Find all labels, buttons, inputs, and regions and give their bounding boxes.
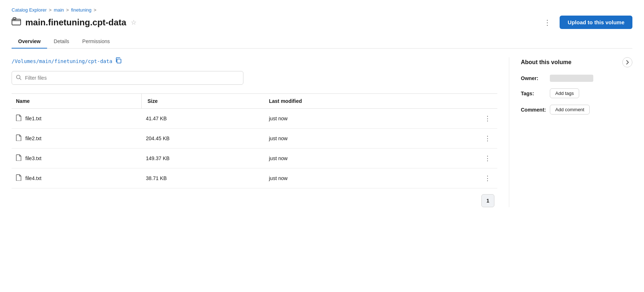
tags-label: Tags: [521,91,546,96]
table-row: file1.txt 41.47 KB just now ⋮ [12,109,497,129]
file-size-2: 149.37 KB [142,149,265,168]
file-icon-2 [16,154,22,162]
about-header: About this volume [521,57,632,67]
right-panel: About this volume Owner: Tags: Add tags … [509,57,632,207]
volume-path: /Volumes/main/finetuning/cpt-data [12,58,112,64]
svg-rect-1 [13,18,16,20]
tags-row: Tags: Add tags [521,88,632,98]
row-kebab-3[interactable]: ⋮ [482,174,493,183]
file-actions-0: ⋮ [423,109,497,129]
table-row: file2.txt 204.45 KB just now ⋮ [12,129,497,149]
file-modified-2: just now [264,149,423,168]
pagination: 1 [12,194,497,207]
file-actions-1: ⋮ [423,129,497,149]
copy-icon[interactable] [115,57,122,65]
file-name-cell-0: file1.txt [12,109,142,129]
tabs: Overview Details Permissions [12,35,632,49]
file-icon-1 [16,134,22,142]
file-modified-3: just now [264,168,423,188]
comment-label: Comment: [521,107,546,113]
row-kebab-0[interactable]: ⋮ [482,114,493,123]
about-title: About this volume [521,59,572,66]
breadcrumb-catalog-explorer[interactable]: Catalog Explorer [12,7,47,13]
file-icon-3 [16,174,22,182]
tab-overview[interactable]: Overview [12,35,47,49]
page-1-button[interactable]: 1 [481,194,494,207]
file-name-1: file2.txt [25,135,41,141]
file-name-cell-1: file2.txt [12,129,142,149]
add-tags-button[interactable]: Add tags [550,88,579,98]
breadcrumb-main[interactable]: main [54,7,64,13]
row-kebab-2[interactable]: ⋮ [482,154,493,163]
comment-row: Comment: Add comment [521,105,632,114]
add-comment-button[interactable]: Add comment [550,105,590,114]
tab-details[interactable]: Details [47,35,76,49]
breadcrumb-finetuning[interactable]: finetuning [71,7,91,13]
star-icon[interactable]: ☆ [131,18,137,26]
table-row: file4.txt 38.71 KB just now ⋮ [12,168,497,188]
file-icon-0 [16,114,22,122]
header-actions: ⋮ Upload to this volume [541,16,632,29]
left-panel: /Volumes/main/finetuning/cpt-data [12,57,509,207]
file-name-3: file4.txt [25,175,41,181]
search-icon [16,75,21,81]
col-size: Size [142,94,265,109]
col-modified: Last modified [264,94,423,109]
table-row: file3.txt 149.37 KB just now ⋮ [12,149,497,168]
file-actions-3: ⋮ [423,168,497,188]
filter-input-wrap [12,71,243,85]
svg-rect-2 [117,59,121,63]
owner-value [550,75,593,82]
file-modified-1: just now [264,129,423,149]
file-table: Name Size Last modified [12,93,497,188]
title-area: main.finetuning.cpt-data ☆ [12,17,137,28]
svg-line-4 [20,79,21,80]
more-options-button[interactable]: ⋮ [541,17,554,28]
col-actions [423,94,497,109]
file-name-cell-3: file4.txt [12,168,142,188]
volume-icon [12,17,21,28]
filter-input[interactable] [12,71,243,85]
file-size-0: 41.47 KB [142,109,265,129]
owner-label: Owner: [521,75,546,81]
file-actions-2: ⋮ [423,149,497,168]
svg-rect-0 [12,19,21,25]
upload-button[interactable]: Upload to this volume [560,16,632,29]
owner-row: Owner: [521,75,632,82]
breadcrumb: Catalog Explorer > main > finetuning > [12,7,632,13]
volume-path-row: /Volumes/main/finetuning/cpt-data [12,57,497,65]
file-modified-0: just now [264,109,423,129]
header-row: main.finetuning.cpt-data ☆ ⋮ Upload to t… [12,16,632,29]
file-size-1: 204.45 KB [142,129,265,149]
row-kebab-1[interactable]: ⋮ [482,134,493,143]
file-size-3: 38.71 KB [142,168,265,188]
file-name-cell-2: file3.txt [12,149,142,168]
page-title: main.finetuning.cpt-data [25,17,126,28]
file-name-2: file3.txt [25,155,41,161]
col-name: Name [12,94,142,109]
tab-permissions[interactable]: Permissions [76,35,116,49]
file-name-0: file1.txt [25,116,41,121]
main-content: /Volumes/main/finetuning/cpt-data [12,49,632,207]
expand-button[interactable] [622,57,632,67]
